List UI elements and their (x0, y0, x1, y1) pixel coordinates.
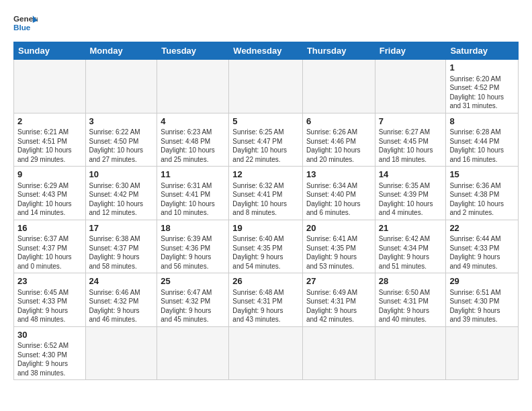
day-info: Sunrise: 6:35 AM Sunset: 4:39 PM Dayligh… (379, 181, 443, 218)
calendar-day-cell: 17Sunrise: 6:38 AM Sunset: 4:37 PM Dayli… (85, 220, 157, 273)
calendar-week-row: 2Sunrise: 6:21 AM Sunset: 4:51 PM Daylig… (14, 113, 519, 167)
day-info: Sunrise: 6:26 AM Sunset: 4:46 PM Dayligh… (306, 128, 371, 164)
calendar-day-cell: 10Sunrise: 6:30 AM Sunset: 4:42 PM Dayli… (85, 167, 157, 220)
calendar-day-cell (85, 60, 157, 113)
calendar-day-cell: 11Sunrise: 6:31 AM Sunset: 4:41 PM Dayli… (157, 167, 229, 220)
weekday-header-tuesday: Tuesday (157, 42, 229, 60)
day-info: Sunrise: 6:31 AM Sunset: 4:41 PM Dayligh… (161, 181, 225, 218)
calendar-day-cell: 19Sunrise: 6:40 AM Sunset: 4:35 PM Dayli… (229, 220, 303, 273)
day-info: Sunrise: 6:20 AM Sunset: 4:52 PM Dayligh… (449, 75, 515, 111)
day-info: Sunrise: 6:29 AM Sunset: 4:43 PM Dayligh… (17, 181, 82, 218)
day-info: Sunrise: 6:36 AM Sunset: 4:38 PM Dayligh… (449, 181, 515, 218)
calendar-day-cell (14, 60, 86, 113)
weekday-header-wednesday: Wednesday (229, 42, 303, 60)
day-info: Sunrise: 6:49 AM Sunset: 4:31 PM Dayligh… (306, 288, 371, 324)
day-info: Sunrise: 6:50 AM Sunset: 4:31 PM Dayligh… (379, 288, 443, 324)
calendar-day-cell: 12Sunrise: 6:32 AM Sunset: 4:41 PM Dayli… (229, 167, 303, 220)
calendar-day-cell: 8Sunrise: 6:28 AM Sunset: 4:44 PM Daylig… (446, 113, 519, 167)
header: General Blue (13, 11, 519, 35)
day-info: Sunrise: 6:42 AM Sunset: 4:34 PM Dayligh… (379, 234, 443, 271)
day-number: 2 (17, 116, 82, 128)
day-number: 26 (232, 275, 299, 287)
calendar-day-cell: 27Sunrise: 6:49 AM Sunset: 4:31 PM Dayli… (302, 273, 375, 327)
day-number: 16 (17, 222, 82, 234)
logo: General Blue (13, 11, 38, 35)
day-info: Sunrise: 6:37 AM Sunset: 4:37 PM Dayligh… (17, 234, 82, 271)
weekday-header-row: SundayMondayTuesdayWednesdayThursdayFrid… (14, 42, 519, 60)
calendar-day-cell (157, 60, 229, 113)
calendar-day-cell (85, 326, 157, 380)
calendar-day-cell: 7Sunrise: 6:27 AM Sunset: 4:45 PM Daylig… (375, 113, 446, 167)
weekday-header-thursday: Thursday (302, 42, 375, 60)
day-info: Sunrise: 6:47 AM Sunset: 4:32 PM Dayligh… (161, 288, 225, 324)
day-info: Sunrise: 6:30 AM Sunset: 4:42 PM Dayligh… (89, 181, 154, 218)
day-info: Sunrise: 6:44 AM Sunset: 4:33 PM Dayligh… (449, 234, 515, 271)
day-number: 23 (17, 275, 82, 287)
day-number: 11 (161, 169, 225, 181)
calendar-day-cell: 29Sunrise: 6:51 AM Sunset: 4:30 PM Dayli… (446, 273, 519, 327)
calendar-day-cell: 2Sunrise: 6:21 AM Sunset: 4:51 PM Daylig… (14, 113, 86, 167)
day-info: Sunrise: 6:27 AM Sunset: 4:45 PM Dayligh… (379, 128, 443, 164)
calendar-day-cell: 26Sunrise: 6:48 AM Sunset: 4:31 PM Dayli… (229, 273, 303, 327)
day-info: Sunrise: 6:45 AM Sunset: 4:33 PM Dayligh… (17, 288, 82, 324)
calendar-day-cell (375, 326, 446, 380)
day-number: 4 (161, 116, 225, 128)
day-info: Sunrise: 6:22 AM Sunset: 4:50 PM Dayligh… (89, 128, 154, 164)
calendar-week-row: 16Sunrise: 6:37 AM Sunset: 4:37 PM Dayli… (14, 220, 519, 273)
day-number: 14 (379, 169, 443, 181)
calendar-day-cell (375, 60, 446, 113)
day-number: 28 (379, 275, 443, 287)
calendar-day-cell: 28Sunrise: 6:50 AM Sunset: 4:31 PM Dayli… (375, 273, 446, 327)
calendar-day-cell: 6Sunrise: 6:26 AM Sunset: 4:46 PM Daylig… (302, 113, 375, 167)
calendar-day-cell: 14Sunrise: 6:35 AM Sunset: 4:39 PM Dayli… (375, 167, 446, 220)
day-number: 13 (306, 169, 371, 181)
weekday-header-sunday: Sunday (14, 42, 86, 60)
calendar-day-cell: 22Sunrise: 6:44 AM Sunset: 4:33 PM Dayli… (446, 220, 519, 273)
calendar-day-cell: 25Sunrise: 6:47 AM Sunset: 4:32 PM Dayli… (157, 273, 229, 327)
day-number: 8 (449, 116, 515, 128)
page: General Blue SundayMondayTuesdayWednesda… (0, 0, 532, 411)
day-info: Sunrise: 6:32 AM Sunset: 4:41 PM Dayligh… (232, 181, 299, 218)
calendar-day-cell: 16Sunrise: 6:37 AM Sunset: 4:37 PM Dayli… (14, 220, 86, 273)
day-number: 15 (449, 169, 515, 181)
weekday-header-friday: Friday (375, 42, 446, 60)
calendar-day-cell: 21Sunrise: 6:42 AM Sunset: 4:34 PM Dayli… (375, 220, 446, 273)
calendar-day-cell (446, 326, 519, 380)
day-number: 21 (379, 222, 443, 234)
calendar-week-row: 23Sunrise: 6:45 AM Sunset: 4:33 PM Dayli… (14, 273, 519, 327)
calendar-day-cell (229, 60, 303, 113)
day-number: 29 (449, 275, 515, 287)
calendar-week-row: 30Sunrise: 6:52 AM Sunset: 4:30 PM Dayli… (14, 326, 519, 380)
calendar-week-row: 1Sunrise: 6:20 AM Sunset: 4:52 PM Daylig… (14, 60, 519, 113)
generalblue-logo-icon: General Blue (13, 11, 38, 35)
weekday-header-saturday: Saturday (446, 42, 519, 60)
calendar-day-cell: 15Sunrise: 6:36 AM Sunset: 4:38 PM Dayli… (446, 167, 519, 220)
day-number: 25 (161, 275, 225, 287)
calendar-day-cell: 9Sunrise: 6:29 AM Sunset: 4:43 PM Daylig… (14, 167, 86, 220)
day-number: 24 (89, 275, 154, 287)
day-number: 1 (449, 62, 515, 74)
day-number: 19 (232, 222, 299, 234)
calendar-week-row: 9Sunrise: 6:29 AM Sunset: 4:43 PM Daylig… (14, 167, 519, 220)
calendar-day-cell: 20Sunrise: 6:41 AM Sunset: 4:35 PM Dayli… (302, 220, 375, 273)
day-info: Sunrise: 6:51 AM Sunset: 4:30 PM Dayligh… (449, 288, 515, 324)
day-number: 18 (161, 222, 225, 234)
day-number: 12 (232, 169, 299, 181)
svg-text:Blue: Blue (13, 23, 31, 32)
calendar-day-cell: 30Sunrise: 6:52 AM Sunset: 4:30 PM Dayli… (14, 326, 86, 380)
calendar-day-cell: 3Sunrise: 6:22 AM Sunset: 4:50 PM Daylig… (85, 113, 157, 167)
calendar-day-cell: 23Sunrise: 6:45 AM Sunset: 4:33 PM Dayli… (14, 273, 86, 327)
day-number: 17 (89, 222, 154, 234)
day-number: 6 (306, 116, 371, 128)
day-number: 3 (89, 116, 154, 128)
calendar-day-cell (302, 60, 375, 113)
day-info: Sunrise: 6:25 AM Sunset: 4:47 PM Dayligh… (232, 128, 299, 164)
day-info: Sunrise: 6:38 AM Sunset: 4:37 PM Dayligh… (89, 234, 154, 271)
calendar-table: SundayMondayTuesdayWednesdayThursdayFrid… (13, 42, 519, 380)
calendar-day-cell: 18Sunrise: 6:39 AM Sunset: 4:36 PM Dayli… (157, 220, 229, 273)
day-info: Sunrise: 6:48 AM Sunset: 4:31 PM Dayligh… (232, 288, 299, 324)
weekday-header-monday: Monday (85, 42, 157, 60)
day-number: 9 (17, 169, 82, 181)
calendar-day-cell: 4Sunrise: 6:23 AM Sunset: 4:48 PM Daylig… (157, 113, 229, 167)
day-number: 10 (89, 169, 154, 181)
